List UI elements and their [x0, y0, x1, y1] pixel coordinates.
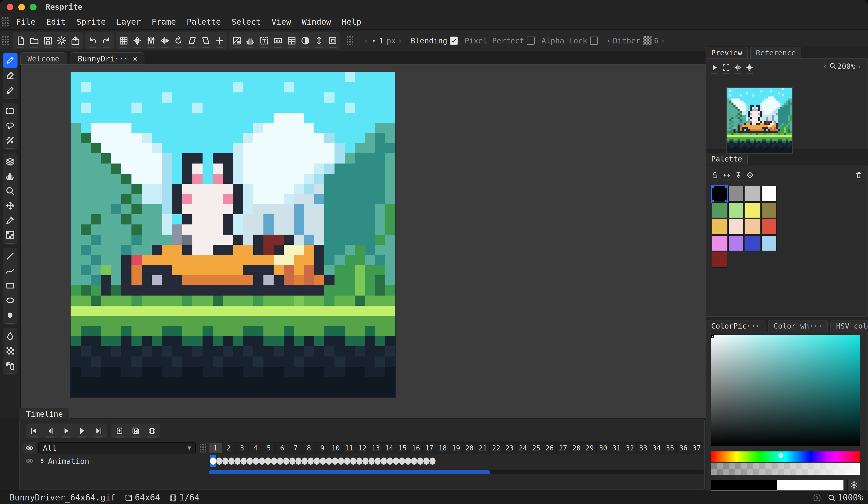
timeline-scrollbar-thumb[interactable] [209, 470, 490, 474]
pixel-art-canvas[interactable] [71, 72, 395, 397]
snap-cross-button[interactable] [213, 32, 226, 49]
drag-handle-icon[interactable] [1, 35, 9, 46]
cel-frame-35[interactable] [417, 455, 423, 467]
alpha-slider[interactable] [711, 463, 860, 475]
menu-view[interactable]: View [266, 17, 297, 27]
cel-frame-32[interactable] [399, 455, 405, 467]
frame-28[interactable]: 28 [570, 442, 583, 453]
tool-blob[interactable] [3, 308, 18, 322]
tool-eraser[interactable] [3, 68, 18, 83]
palette-swatch[interactable] [728, 235, 744, 251]
add-frame-button[interactable] [111, 423, 128, 438]
toggle-alpha-lock[interactable]: Alpha Lock [541, 36, 598, 45]
palette-swatch[interactable] [712, 202, 727, 218]
layer-all-visibility-toggle[interactable] [23, 442, 36, 453]
cel-frame-16[interactable] [301, 455, 308, 467]
brush-size-decrease[interactable]: ‹ [362, 37, 370, 45]
skip-end-button[interactable] [91, 423, 107, 438]
cel-frame-22[interactable] [338, 455, 344, 467]
cel-frame-5[interactable] [235, 455, 241, 467]
menu-palette[interactable]: Palette [181, 17, 226, 27]
rotate-button[interactable] [172, 32, 185, 49]
palette-pin-button[interactable] [733, 168, 744, 182]
preview-zoom-in[interactable]: › [855, 62, 864, 71]
onion-skin-button[interactable] [144, 423, 160, 438]
frame-22[interactable]: 22 [489, 442, 503, 453]
cel-frame-37[interactable] [430, 455, 435, 467]
file-new-button[interactable] [14, 32, 28, 49]
play-button[interactable] [58, 423, 74, 438]
tool-zoom[interactable] [3, 184, 18, 198]
checkbox-checked[interactable] [450, 37, 458, 45]
next-frame-button[interactable] [74, 423, 91, 438]
palette-swatch[interactable] [761, 219, 777, 235]
hue-slider[interactable] [711, 451, 860, 462]
folder-open-button[interactable] [28, 32, 41, 49]
redo-button[interactable] [100, 32, 113, 49]
selection-pattern-button[interactable] [230, 32, 244, 49]
cel-frame-30[interactable] [387, 455, 393, 467]
palette-swatch[interactable] [712, 219, 727, 235]
menu-help[interactable]: Help [336, 17, 366, 27]
palette-swatch[interactable] [728, 186, 744, 202]
frame-7[interactable]: 7 [289, 442, 302, 453]
menu-sprite[interactable]: Sprite [71, 17, 111, 27]
cel-frame-25[interactable] [356, 455, 362, 467]
numeric-transform-button[interactable] [271, 32, 285, 49]
foreground-color-swatch[interactable] [711, 480, 777, 491]
palette-swatch[interactable] [745, 235, 761, 251]
tool-blur-drop[interactable] [3, 329, 18, 343]
vertical-arrows-button[interactable] [312, 32, 326, 49]
palette-swatch[interactable] [761, 186, 777, 202]
frame-18[interactable]: 18 [436, 442, 450, 453]
checkbox-unchecked[interactable] [527, 37, 535, 45]
cel-frame-28[interactable] [375, 455, 381, 467]
saturation-value-field[interactable] [711, 335, 860, 446]
skew-left-button[interactable] [185, 32, 199, 49]
cel-frame-23[interactable] [344, 455, 350, 467]
export-button[interactable] [69, 32, 82, 49]
preview-play-button[interactable] [709, 61, 720, 74]
cel-frame-8[interactable] [253, 455, 259, 467]
hue-marker[interactable] [778, 453, 783, 458]
timeline-scrollbar[interactable] [209, 470, 704, 474]
frame-3[interactable]: 3 [235, 442, 249, 453]
cel-frame-4[interactable] [228, 455, 235, 467]
frame-2[interactable]: 2 [222, 442, 236, 453]
frame-35[interactable]: 35 [663, 442, 676, 453]
frame-34[interactable]: 34 [650, 442, 663, 453]
frame-16[interactable]: 16 [409, 442, 423, 453]
frame-20[interactable]: 20 [463, 442, 476, 453]
tool-pencil[interactable] [3, 53, 18, 68]
frame-9[interactable]: 9 [316, 442, 329, 453]
grid-button[interactable] [117, 32, 131, 49]
contrast-button[interactable] [299, 32, 312, 49]
toggle-pixel-perfect[interactable]: Pixel Perfect [464, 36, 535, 45]
tool-marker[interactable] [3, 83, 18, 97]
toggle-blending[interactable]: Blending [411, 36, 458, 45]
tool-hand[interactable] [3, 169, 18, 184]
frame-1[interactable]: 1 [209, 442, 222, 453]
brush-size-control[interactable]: ‹ 1 px › [362, 36, 404, 45]
frame-13[interactable]: 13 [369, 442, 382, 453]
cel-frame-19[interactable] [320, 455, 326, 467]
tool-magic-wand[interactable] [3, 133, 18, 148]
palette-lock-open-button[interactable] [709, 168, 721, 182]
tab-hsvcolo[interactable]: HSV colo··· [830, 320, 868, 332]
cel-frame-15[interactable] [296, 455, 301, 467]
frame-29[interactable]: 29 [583, 442, 597, 453]
preview-flip-horizontal-button[interactable] [732, 61, 744, 74]
frame-17[interactable]: 17 [423, 442, 436, 453]
cel-frame-21[interactable] [332, 455, 338, 467]
menu-frame[interactable]: Frame [146, 17, 181, 27]
cel-frame-10[interactable] [265, 455, 271, 467]
tab-colorwh[interactable]: Color wh··· [768, 320, 828, 332]
layout-rows-button[interactable] [285, 32, 299, 49]
status-zoom-level[interactable]: 1000% [838, 493, 863, 503]
drag-handle-icon[interactable] [1, 17, 9, 27]
frame-19[interactable]: 19 [449, 442, 463, 453]
cel-frame-24[interactable] [350, 455, 356, 467]
close-window-button[interactable] [7, 4, 13, 10]
cel-frame-7[interactable] [247, 455, 253, 467]
cel-frame-29[interactable] [381, 455, 387, 467]
